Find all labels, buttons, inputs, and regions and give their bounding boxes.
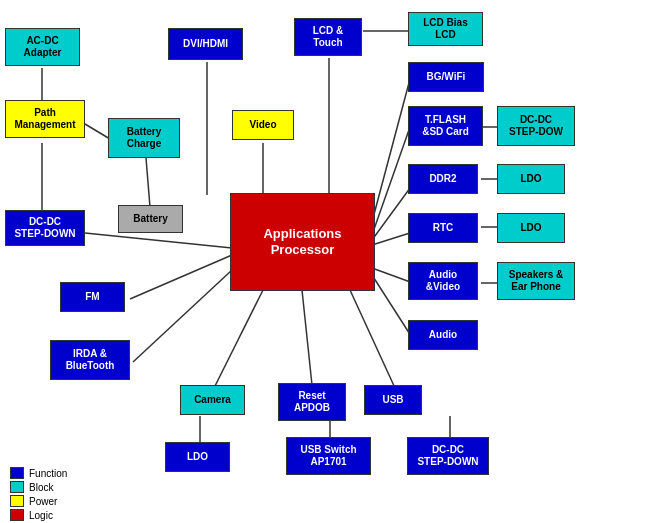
svg-line-9: [372, 127, 410, 235]
ldo2-block: LDO: [497, 213, 565, 243]
t-flash-block: T.FLASH&SD Card: [408, 106, 483, 146]
svg-line-3: [146, 158, 150, 207]
ldo3-block: LDO: [165, 442, 230, 472]
svg-line-26: [85, 233, 232, 248]
legend-power: Power: [10, 495, 67, 507]
svg-line-11: [372, 184, 413, 240]
svg-line-19: [133, 270, 232, 362]
irda-bt-block: IRDA &BlueTooth: [50, 340, 130, 380]
speakers-block: Speakers &Ear Phone: [497, 262, 575, 300]
fm-block: FM: [60, 282, 125, 312]
legend-logic: Logic: [10, 509, 67, 521]
applications-processor-block: ApplicationsProcessor: [230, 193, 375, 291]
legend-logic-box: [10, 509, 24, 521]
bg-wifi-block: BG/WiFi: [408, 62, 484, 92]
legend-block: Block: [10, 481, 67, 493]
video-block: Video: [232, 110, 294, 140]
battery-charge-block: BatteryCharge: [108, 118, 180, 158]
svg-line-13: [372, 232, 413, 245]
camera-block: Camera: [180, 385, 245, 415]
legend-block-label: Block: [29, 482, 53, 493]
ac-dc-adapter-block: AC-DC Adapter: [5, 28, 80, 66]
legend-function-label: Function: [29, 468, 67, 479]
svg-line-8: [372, 79, 410, 222]
rtc-block: RTC: [408, 213, 478, 243]
lcd-touch-block: LCD &Touch: [294, 18, 362, 56]
svg-line-18: [130, 255, 232, 299]
legend: Function Block Power Logic: [10, 467, 67, 521]
legend-function-box: [10, 467, 24, 479]
diagram-container: AC-DC Adapter PathManagement DC-DCSTEP-D…: [0, 0, 650, 480]
svg-line-17: [372, 275, 413, 339]
usb-block: USB: [364, 385, 422, 415]
legend-block-box: [10, 481, 24, 493]
legend-logic-label: Logic: [29, 510, 53, 521]
legend-power-label: Power: [29, 496, 57, 507]
dvi-hdmi-block: DVI/HDMI: [168, 28, 243, 60]
dc-dc-3-block: DC-DCSTEP-DOWN: [407, 437, 489, 475]
svg-line-15: [372, 268, 413, 283]
usb-switch-block: USB SwitchAP1701: [286, 437, 371, 475]
dc-dc-1-block: DC-DCSTEP-DOWN: [5, 210, 85, 246]
svg-line-22: [350, 290, 395, 388]
audio-video-block: Audio&Video: [408, 262, 478, 300]
svg-line-20: [214, 290, 263, 388]
dc-dc-2-block: DC-DCSTEP-DOW: [497, 106, 575, 146]
lcd-bias-block: LCD BiasLCD: [408, 12, 483, 46]
reset-apdob-block: ResetAPDOB: [278, 383, 346, 421]
path-management-block: PathManagement: [5, 100, 85, 138]
svg-line-2: [85, 124, 110, 139]
ldo1-block: LDO: [497, 164, 565, 194]
legend-power-box: [10, 495, 24, 507]
battery-block: Battery: [118, 205, 183, 233]
ddr2-block: DDR2: [408, 164, 478, 194]
audio-block: Audio: [408, 320, 478, 350]
legend-function: Function: [10, 467, 67, 479]
svg-line-21: [302, 290, 312, 385]
